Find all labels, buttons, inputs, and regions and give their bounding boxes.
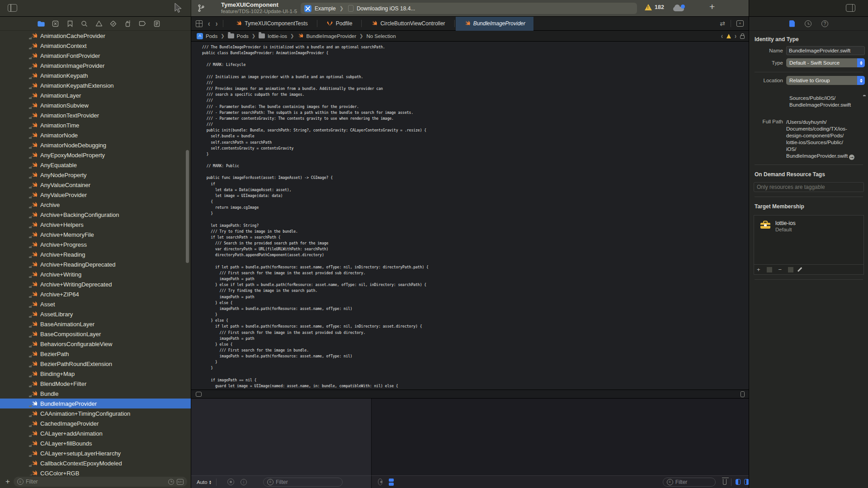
add-file-button[interactable]: + [5,477,10,486]
project-navigator-icon[interactable] [37,20,45,28]
breadcrumb-project[interactable]: Pods [206,33,217,39]
breadcrumb-group[interactable]: Pods [237,33,249,39]
scheme-selector[interactable]: Example ❯ Downloading iOS 18.4... [301,3,637,14]
run-destination-status[interactable]: Downloading iOS 18.4... [357,5,415,12]
warning-status[interactable]: 182 [645,4,664,10]
file-inspector-icon[interactable] [789,20,795,27]
device-preview-icon[interactable] [741,391,745,397]
tab-bundleimageprovider[interactable]: BundleImageProvider [456,17,533,31]
sidebar-file-Archive+MemoryFile[interactable]: Archive+MemoryFile [0,230,191,239]
sidebar-file-Archive+ReadingDeprecated[interactable]: Archive+ReadingDeprecated [0,259,191,269]
variables-scope-dropdown[interactable]: Auto ▲▼ [197,479,212,485]
sidebar-file-Archive[interactable]: Archive [0,200,191,210]
clear-console-icon[interactable] [723,479,726,485]
sidebar-file-AnimationImageProvider[interactable]: AnimationImageProvider [0,61,191,70]
sidebar-file-Archive+Writing[interactable]: Archive+Writing [0,269,191,279]
quicklook-icon[interactable] [227,479,234,485]
toggle-navigator-button[interactable] [8,4,17,12]
sidebar-file-AnyEquatable[interactable]: AnyEquatable [0,160,191,170]
sidebar-file-Archive+ZIP64[interactable]: Archive+ZIP64 [0,289,191,299]
sidebar-file-Archive+BackingConfiguration[interactable]: Archive+BackingConfiguration [0,210,191,220]
navigator-scrollbar[interactable] [186,150,189,263]
sidebar-file-CAAnimation+TimingConfiguration[interactable]: CAAnimation+TimingConfiguration [0,408,191,418]
variables-view[interactable] [191,399,371,475]
cloud-status-icon[interactable] [673,5,685,12]
previous-issue-icon[interactable]: ‹ [721,32,723,40]
add-target-button[interactable]: + [754,266,763,273]
breadcrumb-file[interactable]: BundleImageProvider [306,33,356,39]
sidebar-file-Archive+Helpers[interactable]: Archive+Helpers [0,220,191,230]
sidebar-file-AnimationCacheProvider[interactable]: AnimationCacheProvider [0,31,191,41]
tab-overview-icon[interactable] [196,20,203,27]
console-view[interactable] [371,399,749,475]
sidebar-file-AnimationTextProvider[interactable]: AnimationTextProvider [0,110,191,120]
console-filter-field[interactable]: ≡ Filter [663,478,716,487]
debug-navigator-icon[interactable] [124,20,132,28]
show-variables-toggle-icon[interactable] [736,479,741,485]
back-chevron-icon[interactable]: ‹ [208,19,210,28]
console-layout-icon[interactable] [389,479,392,486]
tab-circlebuttonviewcontroller[interactable]: CircleButtonViewController [363,17,453,31]
sidebar-file-CachedImageProvider[interactable]: CachedImageProvider [0,418,191,428]
sidebar-file-AnimationKeypath[interactable]: AnimationKeypath [0,70,191,80]
reports-navigator-icon[interactable] [153,20,160,28]
breadcrumb-pod[interactable]: lottie-ios [268,33,287,39]
info-icon[interactable]: i [241,479,247,485]
console-metadata-icon[interactable] [378,479,382,485]
sidebar-file-Asset[interactable]: Asset [0,299,191,309]
sidebar-file-Bundle[interactable]: Bundle [0,389,191,399]
sidebar-file-Archive+WritingDeprecated[interactable]: Archive+WritingDeprecated [0,279,191,289]
sidebar-file-AnyNodeProperty[interactable]: AnyNodeProperty [0,170,191,180]
forward-chevron-icon[interactable]: › [216,19,218,28]
sidebar-file-AnimationTime[interactable]: AnimationTime [0,120,191,130]
toolbar-add-button[interactable]: + [709,1,715,12]
bookmarks-navigator-icon[interactable] [66,20,74,28]
breakpoints-navigator-icon[interactable] [138,20,146,28]
sidebar-file-CallbackContextEpoxyModeled[interactable]: CallbackContextEpoxyModeled [0,458,191,468]
next-issue-icon[interactable]: › [735,32,736,40]
sidebar-file-CALayer+addAnimation[interactable]: CALayer+addAnimation [0,428,191,438]
sidebar-file-AnyValueProvider[interactable]: AnyValueProvider [0,190,191,200]
sidebar-file-AnimatorNode[interactable]: AnimatorNode [0,130,191,140]
location-dropdown[interactable]: Relative to Group [786,76,865,85]
issues-navigator-icon[interactable] [95,20,103,28]
find-navigator-icon[interactable] [80,20,88,28]
sidebar-file-BezierPathRoundExtension[interactable]: BezierPathRoundExtension [0,359,191,369]
recent-files-icon[interactable] [168,479,174,485]
sidebar-file-BaseCompositionLayer[interactable]: BaseCompositionLayer [0,329,191,339]
sidebar-file-AnimationKeypathExtension[interactable]: AnimationKeypathExtension [0,80,191,90]
sidebar-file-BehaviorsConfigurableView[interactable]: BehaviorsConfigurableView [0,339,191,349]
navigator-filter-field[interactable]: ≡ Filter +/− [14,477,187,487]
help-inspector-icon[interactable]: ? [821,20,828,27]
sidebar-file-BundleImageProvider[interactable]: BundleImageProvider [0,399,191,408]
odr-tags-field[interactable]: Only resources are taggable [754,182,864,192]
sidebar-file-AnimationLayer[interactable]: AnimationLayer [0,90,191,100]
sidebar-file-AssetLibrary[interactable]: AssetLibrary [0,309,191,319]
source-editor[interactable]: /// The BundleImageProvider is initializ… [191,42,749,389]
target-row[interactable]: lottie-ios Default [754,216,863,232]
sidebar-file-BezierPath[interactable]: BezierPath [0,349,191,359]
sidebar-file-AnimationSubview[interactable]: AnimationSubview [0,100,191,110]
sidebar-file-Archive+Progress[interactable]: Archive+Progress [0,239,191,249]
variables-filter-field[interactable]: ≡ Filter [263,478,343,487]
scm-status-filter-icon[interactable]: +/− [177,479,184,485]
target-membership-list[interactable]: lottie-ios Default [754,215,864,265]
tab-podfile[interactable]: Podfile [318,17,361,31]
remove-target-button[interactable]: − [776,266,785,273]
sidebar-file-Binding+Map[interactable]: Binding+Map [0,369,191,379]
tab-tymexuicomponenttests[interactable]: TymeXUIComponentTests [227,17,316,31]
open-path-arrow-icon[interactable]: ➞ [849,155,854,160]
sidebar-file-CGColor+RGB[interactable]: CGColor+RGB [0,468,191,475]
sidebar-file-BlendMode+Filter[interactable]: BlendMode+Filter [0,379,191,389]
file-name-field[interactable]: BundleImageProvider.swift [786,46,865,55]
file-type-dropdown[interactable]: Default - Swift Source [786,58,865,67]
scheme-name[interactable]: Example [315,5,336,12]
sidebar-file-AnimationContext[interactable]: AnimationContext [0,41,191,51]
source-control-navigator-icon[interactable] [52,20,59,28]
toggle-inspector-button[interactable] [846,4,855,12]
sidebar-file-CALayer+fillBounds[interactable]: CALayer+fillBounds [0,438,191,448]
breadcrumb-selection[interactable]: No Selection [366,33,396,39]
history-inspector-icon[interactable] [805,20,811,27]
sidebar-file-CALayer+setupLayerHierarchy[interactable]: CALayer+setupLayerHierarchy [0,448,191,458]
add-editor-icon[interactable]: + [736,20,744,27]
